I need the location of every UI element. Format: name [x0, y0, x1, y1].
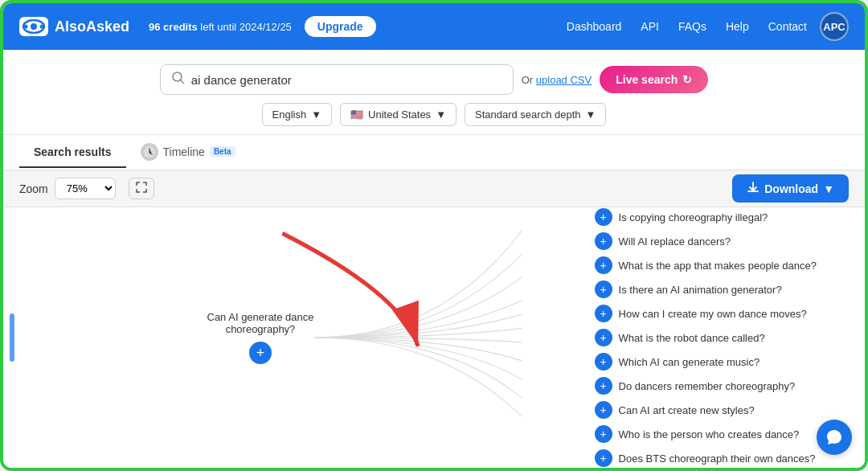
- refresh-icon: ↻: [682, 73, 692, 86]
- chevron-down-icon: ▼: [311, 109, 321, 121]
- scroll-indicator: [10, 313, 14, 362]
- center-plus-button[interactable]: +: [249, 342, 272, 364]
- chat-bubble-button[interactable]: [817, 420, 852, 455]
- depth-filter[interactable]: Standard search depth ▼: [465, 103, 606, 126]
- credits-text: 96 credits left until 2024/12/25: [149, 21, 292, 33]
- tab-timeline-label: Timeline: [163, 145, 205, 158]
- header-nav: Dashboard API FAQs Help Contact: [567, 20, 807, 33]
- list-item: + Will AI replace dancers?: [595, 232, 817, 250]
- upgrade-button[interactable]: Upgrade: [305, 16, 376, 37]
- node-plus-button[interactable]: +: [595, 353, 612, 371]
- logo-icon: [19, 17, 48, 36]
- center-node-label: Can AI generate dance choreography?: [196, 311, 325, 335]
- node-label: Which AI can generate music?: [619, 356, 760, 368]
- search-input[interactable]: [191, 73, 502, 87]
- search-area: Or upload CSV Live search ↻ English ▼ 🇺🇸…: [3, 50, 865, 135]
- node-label: Will AI replace dancers?: [619, 236, 731, 248]
- node-plus-button[interactable]: +: [595, 232, 612, 250]
- list-item: + Is there an AI animation generator?: [595, 281, 817, 298]
- live-search-button[interactable]: Live search ↻: [600, 66, 708, 93]
- node-plus-button[interactable]: +: [595, 281, 612, 298]
- node-plus-button[interactable]: +: [595, 305, 612, 322]
- list-item: + What is the robot dance called?: [595, 329, 817, 346]
- zoom-control: Zoom 75% 50% 100%: [19, 178, 154, 199]
- nav-dashboard[interactable]: Dashboard: [567, 20, 622, 33]
- list-item: + Do dancers remember choreography?: [595, 377, 817, 395]
- node-plus-button[interactable]: +: [595, 401, 612, 419]
- node-label: Do dancers remember choreography?: [619, 380, 796, 392]
- svg-point-1: [31, 23, 37, 30]
- list-item: + Does BTS choreograph their own dances?: [595, 449, 817, 467]
- search-box: [160, 64, 514, 95]
- list-item: + Which AI can generate music?: [595, 353, 817, 371]
- header: AlsoAsked 96 credits left until 2024/12/…: [3, 3, 865, 50]
- node-label: Is there an AI animation generator?: [619, 284, 782, 296]
- country-filter[interactable]: 🇺🇸 United States ▼: [340, 103, 457, 126]
- app-window: AlsoAsked 96 credits left until 2024/12/…: [0, 0, 868, 471]
- logo: AlsoAsked: [19, 17, 129, 36]
- search-row: Or upload CSV Live search ↻: [160, 64, 709, 95]
- language-value: English: [272, 109, 307, 121]
- canvas-area: Can AI generate dance choreography? + + …: [3, 207, 865, 468]
- filters-row: English ▼ 🇺🇸 United States ▼ Standard se…: [262, 103, 607, 126]
- node-plus-button[interactable]: +: [595, 425, 612, 443]
- node-label: Can AI art create new styles?: [619, 404, 755, 416]
- nav-contact[interactable]: Contact: [768, 20, 807, 33]
- node-label: Does BTS choreograph their own dances?: [619, 453, 816, 465]
- node-label: What is the app that makes people dance?: [619, 260, 817, 272]
- tabs-row: Search results Timeline Beta: [3, 135, 865, 170]
- chevron-down-icon: ▼: [436, 109, 446, 121]
- tab-timeline[interactable]: Timeline Beta: [126, 135, 250, 170]
- node-plus-button[interactable]: +: [595, 377, 612, 395]
- node-label: Is copying choreography illegal?: [619, 211, 768, 223]
- tab-beta-badge: Beta: [210, 146, 235, 157]
- download-icon: [747, 181, 760, 196]
- node-label: How can I create my own dance moves?: [619, 308, 807, 320]
- fullscreen-icon: [136, 183, 147, 195]
- center-node: Can AI generate dance choreography? +: [196, 311, 325, 364]
- nav-faqs[interactable]: FAQs: [678, 20, 706, 33]
- download-chevron-icon: ▼: [823, 182, 834, 195]
- node-label: Who is the person who creates dance?: [619, 428, 800, 440]
- list-item: + Who is the person who creates dance?: [595, 425, 817, 443]
- node-plus-button[interactable]: +: [595, 329, 612, 346]
- upload-csv-link[interactable]: upload CSV: [536, 74, 592, 86]
- list-item: + Is copying choreography illegal?: [595, 208, 817, 226]
- tab-timeline-icon: [141, 143, 158, 161]
- main-content: Can AI generate dance choreography? + + …: [3, 207, 865, 468]
- avatar[interactable]: APC: [820, 12, 849, 41]
- node-plus-button[interactable]: +: [595, 449, 612, 467]
- logo-text: AlsoAsked: [55, 18, 129, 35]
- svg-point-2: [24, 25, 28, 29]
- svg-line-5: [180, 80, 183, 84]
- flag-icon: 🇺🇸: [350, 109, 363, 121]
- country-value: United States: [368, 109, 431, 121]
- upload-csv-area: Or upload CSV: [522, 74, 592, 86]
- node-plus-button[interactable]: +: [595, 208, 612, 226]
- download-label: Download: [764, 182, 818, 195]
- search-icon: [172, 72, 185, 88]
- tab-search-results[interactable]: Search results: [19, 137, 126, 168]
- nav-api[interactable]: API: [641, 20, 659, 33]
- depth-value: Standard search depth: [475, 109, 581, 121]
- live-search-label: Live search: [616, 73, 678, 86]
- right-nodes: + Is copying choreography illegal? + Wil…: [595, 208, 817, 467]
- list-item: + Can AI art create new styles?: [595, 401, 817, 419]
- language-filter[interactable]: English ▼: [262, 103, 333, 126]
- zoom-label: Zoom: [19, 182, 48, 195]
- chevron-down-icon: ▼: [586, 109, 596, 121]
- node-plus-button[interactable]: +: [595, 256, 612, 274]
- nav-help[interactable]: Help: [726, 20, 749, 33]
- fullscreen-button[interactable]: [129, 178, 154, 199]
- toolbar: Zoom 75% 50% 100% Do: [3, 170, 865, 207]
- list-item: + What is the app that makes people danc…: [595, 256, 817, 274]
- zoom-select[interactable]: 75% 50% 100%: [55, 178, 116, 199]
- tab-search-results-label: Search results: [34, 145, 112, 158]
- download-button[interactable]: Download ▼: [732, 174, 849, 203]
- node-label: What is the robot dance called?: [619, 332, 765, 344]
- list-item: + How can I create my own dance moves?: [595, 305, 817, 322]
- svg-point-3: [40, 25, 44, 29]
